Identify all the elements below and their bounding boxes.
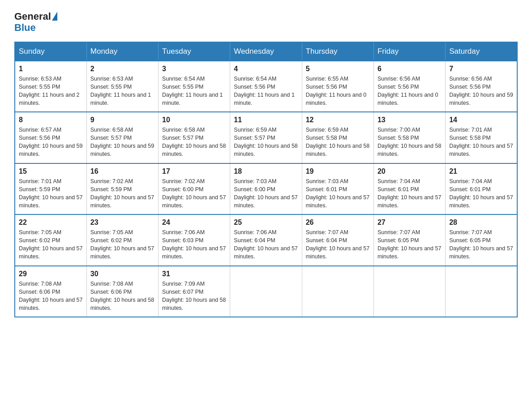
day-info: Sunrise: 7:06 AMSunset: 6:04 PMDaylight:…	[234, 228, 298, 261]
day-info: Sunrise: 7:01 AMSunset: 5:59 PMDaylight:…	[19, 177, 83, 210]
logo-blue-text: Blue	[14, 22, 57, 33]
calendar-cell: 29Sunrise: 7:08 AMSunset: 6:06 PMDayligh…	[15, 266, 86, 317]
weekday-header-thursday: Thursday	[302, 42, 373, 61]
weekday-header-monday: Monday	[86, 42, 158, 61]
day-info: Sunrise: 6:53 AMSunset: 5:55 PMDaylight:…	[90, 75, 154, 107]
day-info: Sunrise: 6:55 AMSunset: 5:56 PMDaylight:…	[306, 75, 370, 107]
calendar-cell: 19Sunrise: 7:03 AMSunset: 6:01 PMDayligh…	[302, 163, 373, 215]
calendar-week-row: 8Sunrise: 6:57 AMSunset: 5:56 PMDaylight…	[15, 112, 517, 163]
day-info: Sunrise: 6:57 AMSunset: 5:56 PMDaylight:…	[19, 126, 83, 158]
logo: General Blue	[14, 11, 57, 34]
day-info: Sunrise: 6:56 AMSunset: 5:56 PMDaylight:…	[449, 75, 513, 107]
day-info: Sunrise: 6:59 AMSunset: 5:58 PMDaylight:…	[306, 126, 370, 158]
day-number: 7	[449, 65, 513, 73]
day-info: Sunrise: 7:03 AMSunset: 6:01 PMDaylight:…	[306, 177, 370, 210]
day-info: Sunrise: 6:56 AMSunset: 5:56 PMDaylight:…	[378, 75, 442, 107]
day-info: Sunrise: 7:07 AMSunset: 6:05 PMDaylight:…	[449, 228, 513, 261]
day-number: 17	[162, 167, 226, 176]
day-info: Sunrise: 7:03 AMSunset: 6:00 PMDaylight:…	[234, 177, 298, 210]
day-number: 26	[306, 218, 370, 227]
calendar-cell: 4Sunrise: 6:54 AMSunset: 5:56 PMDaylight…	[230, 61, 302, 112]
weekday-header-tuesday: Tuesday	[159, 42, 230, 61]
calendar-cell: 8Sunrise: 6:57 AMSunset: 5:56 PMDaylight…	[15, 112, 86, 163]
calendar-cell: 11Sunrise: 6:59 AMSunset: 5:57 PMDayligh…	[230, 112, 302, 163]
calendar-table: SundayMondayTuesdayWednesdayThursdayFrid…	[14, 42, 518, 318]
day-info: Sunrise: 7:07 AMSunset: 6:04 PMDaylight:…	[306, 228, 370, 261]
calendar-cell: 22Sunrise: 7:05 AMSunset: 6:02 PMDayligh…	[15, 214, 86, 266]
day-info: Sunrise: 7:02 AMSunset: 6:00 PMDaylight:…	[162, 177, 226, 210]
calendar-week-row: 1Sunrise: 6:53 AMSunset: 5:55 PMDaylight…	[15, 61, 517, 112]
day-number: 27	[378, 218, 442, 227]
calendar-cell: 12Sunrise: 6:59 AMSunset: 5:58 PMDayligh…	[302, 112, 373, 163]
calendar-cell: 13Sunrise: 7:00 AMSunset: 5:58 PMDayligh…	[373, 112, 445, 163]
day-number: 5	[306, 65, 370, 73]
day-info: Sunrise: 7:00 AMSunset: 5:58 PMDaylight:…	[378, 126, 442, 158]
day-info: Sunrise: 7:08 AMSunset: 6:06 PMDaylight:…	[90, 280, 154, 313]
weekday-header-wednesday: Wednesday	[230, 42, 302, 61]
calendar-cell	[230, 266, 302, 317]
day-info: Sunrise: 6:58 AMSunset: 5:57 PMDaylight:…	[162, 126, 226, 158]
day-number: 1	[19, 65, 83, 73]
day-number: 20	[378, 167, 442, 176]
weekday-header-sunday: Sunday	[15, 42, 86, 61]
day-info: Sunrise: 6:54 AMSunset: 5:55 PMDaylight:…	[162, 75, 226, 107]
weekday-header-friday: Friday	[373, 42, 445, 61]
calendar-cell: 3Sunrise: 6:54 AMSunset: 5:55 PMDaylight…	[159, 61, 230, 112]
calendar-cell	[373, 266, 445, 317]
day-info: Sunrise: 7:02 AMSunset: 5:59 PMDaylight:…	[90, 177, 154, 210]
day-info: Sunrise: 7:09 AMSunset: 6:07 PMDaylight:…	[162, 280, 226, 313]
day-number: 19	[306, 167, 370, 176]
day-info: Sunrise: 6:59 AMSunset: 5:57 PMDaylight:…	[234, 126, 298, 158]
day-number: 15	[19, 167, 83, 176]
calendar-cell: 26Sunrise: 7:07 AMSunset: 6:04 PMDayligh…	[302, 214, 373, 266]
calendar-week-row: 29Sunrise: 7:08 AMSunset: 6:06 PMDayligh…	[15, 266, 517, 317]
day-number: 10	[162, 116, 226, 124]
calendar-cell: 23Sunrise: 7:05 AMSunset: 6:02 PMDayligh…	[86, 214, 158, 266]
calendar-cell: 14Sunrise: 7:01 AMSunset: 5:58 PMDayligh…	[446, 112, 517, 163]
day-number: 31	[162, 270, 226, 278]
calendar-cell: 6Sunrise: 6:56 AMSunset: 5:56 PMDaylight…	[373, 61, 445, 112]
day-info: Sunrise: 7:04 AMSunset: 6:01 PMDaylight:…	[449, 177, 513, 210]
calendar-cell: 18Sunrise: 7:03 AMSunset: 6:00 PMDayligh…	[230, 163, 302, 215]
calendar-cell: 10Sunrise: 6:58 AMSunset: 5:57 PMDayligh…	[159, 112, 230, 163]
calendar-cell: 28Sunrise: 7:07 AMSunset: 6:05 PMDayligh…	[446, 214, 517, 266]
day-number: 21	[449, 167, 513, 176]
weekday-header-saturday: Saturday	[446, 42, 517, 61]
day-number: 6	[378, 65, 442, 73]
day-info: Sunrise: 7:05 AMSunset: 6:02 PMDaylight:…	[90, 228, 154, 261]
calendar-cell: 17Sunrise: 7:02 AMSunset: 6:00 PMDayligh…	[159, 163, 230, 215]
calendar-cell: 15Sunrise: 7:01 AMSunset: 5:59 PMDayligh…	[15, 163, 86, 215]
calendar-cell: 27Sunrise: 7:07 AMSunset: 6:05 PMDayligh…	[373, 214, 445, 266]
day-number: 8	[19, 116, 83, 124]
day-number: 3	[162, 65, 226, 73]
calendar-cell: 9Sunrise: 6:58 AMSunset: 5:57 PMDaylight…	[86, 112, 158, 163]
calendar-cell	[302, 266, 373, 317]
day-info: Sunrise: 7:01 AMSunset: 5:58 PMDaylight:…	[449, 126, 513, 158]
page-header: General Blue	[14, 11, 518, 34]
calendar-cell: 30Sunrise: 7:08 AMSunset: 6:06 PMDayligh…	[86, 266, 158, 317]
calendar-cell: 1Sunrise: 6:53 AMSunset: 5:55 PMDaylight…	[15, 61, 86, 112]
day-info: Sunrise: 7:06 AMSunset: 6:03 PMDaylight:…	[162, 228, 226, 261]
day-number: 25	[234, 218, 298, 227]
day-info: Sunrise: 6:53 AMSunset: 5:55 PMDaylight:…	[19, 75, 83, 107]
day-number: 12	[306, 116, 370, 124]
day-info: Sunrise: 7:05 AMSunset: 6:02 PMDaylight:…	[19, 228, 83, 261]
weekday-header-row: SundayMondayTuesdayWednesdayThursdayFrid…	[15, 42, 517, 61]
calendar-cell: 24Sunrise: 7:06 AMSunset: 6:03 PMDayligh…	[159, 214, 230, 266]
calendar-cell: 16Sunrise: 7:02 AMSunset: 5:59 PMDayligh…	[86, 163, 158, 215]
day-number: 11	[234, 116, 298, 124]
day-number: 9	[90, 116, 154, 124]
day-number: 29	[19, 270, 83, 278]
day-number: 4	[234, 65, 298, 73]
day-number: 13	[378, 116, 442, 124]
day-info: Sunrise: 7:04 AMSunset: 6:01 PMDaylight:…	[378, 177, 442, 210]
day-number: 22	[19, 218, 83, 227]
logo-general-text: General	[14, 11, 51, 22]
day-info: Sunrise: 6:58 AMSunset: 5:57 PMDaylight:…	[90, 126, 154, 158]
day-number: 23	[90, 218, 154, 227]
calendar-week-row: 22Sunrise: 7:05 AMSunset: 6:02 PMDayligh…	[15, 214, 517, 266]
calendar-cell	[446, 266, 517, 317]
calendar-week-row: 15Sunrise: 7:01 AMSunset: 5:59 PMDayligh…	[15, 163, 517, 215]
day-number: 18	[234, 167, 298, 176]
calendar-cell: 31Sunrise: 7:09 AMSunset: 6:07 PMDayligh…	[159, 266, 230, 317]
